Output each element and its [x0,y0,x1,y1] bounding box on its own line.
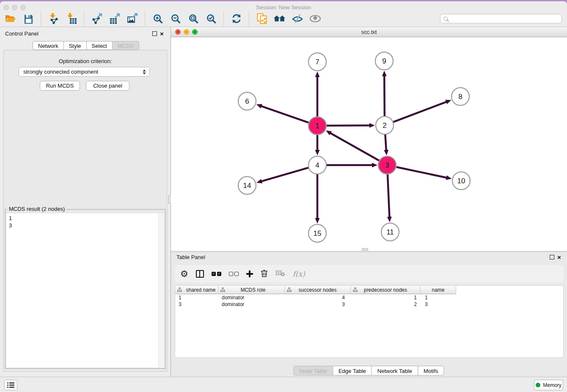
zoom-in-icon[interactable] [151,12,164,25]
close-panel-button[interactable]: Close panel [86,81,129,91]
cell-name[interactable]: 1 [421,294,456,301]
graph-edge-3-1[interactable] [330,133,379,161]
column-header-successor-nodes[interactable]: successor nodes [285,286,351,294]
main-toolbar [0,11,567,27]
table-row[interactable]: 3 dominator 3 2 3 [175,301,563,308]
memory-label: Memory [543,382,561,388]
graph-node-label: 6 [245,97,249,105]
cell-successor-nodes[interactable]: 3 [285,301,351,308]
graph-edge-arrowhead [315,218,320,224]
table-panel-float-icon[interactable] [550,255,554,259]
toolbar-separator [145,11,146,26]
graph-edge-2-9[interactable] [384,75,385,116]
graph-edge-1-2[interactable] [327,125,370,126]
cell-shared-name[interactable]: 1 [175,294,218,301]
graph-edge-1-6[interactable] [261,106,308,123]
duplicate-network-icon[interactable] [256,12,268,25]
optimization-criterion-label: Optimization criterion: [0,58,171,64]
show-all-icon[interactable] [309,12,322,25]
column-header-name[interactable]: name [421,286,456,294]
graph-node-label: 3 [385,161,389,169]
graph-edge-arrowhead [384,150,388,155]
graph-edge-3-10[interactable] [396,167,447,178]
import-network-icon[interactable] [47,12,60,25]
zoom-out-icon[interactable] [169,12,182,25]
column-header-shared-name[interactable]: shared name [175,286,218,294]
deselect-all-icon[interactable] [229,272,239,276]
mcds-result-textarea[interactable]: 1 3 [6,213,164,367]
graph-edge-arrowhead [387,217,392,222]
control-panel-close-icon[interactable] [160,31,164,36]
tab-motifs[interactable]: Motifs [418,366,444,375]
column-label: MCDS role [241,287,266,293]
cell-predecessor-nodes[interactable]: 2 [351,301,421,308]
tab-mcds[interactable]: MCDS [112,41,139,50]
network-canvas[interactable]: 7968124314101511 [171,37,567,251]
mcds-result-line: 3 [6,222,164,229]
graph-edge-arrowhead [315,72,320,77]
delete-column-icon[interactable] [261,269,268,279]
graph-edge-3-11[interactable] [388,174,390,218]
network-view-title: scc.txt [171,29,567,35]
delete-table-icon [275,270,285,278]
toggle-panels-icon[interactable] [196,270,204,278]
control-panel-title: Control Panel [5,30,39,37]
select-all-icon[interactable] [212,272,221,276]
zoom-fit-icon[interactable] [187,12,200,25]
tab-style[interactable]: Style [63,41,87,50]
hide-selected-icon[interactable] [291,12,304,25]
graph-edge-arrowhead [446,175,452,180]
result-scrollbar[interactable] [158,213,164,367]
tab-network-table[interactable]: Network Table [372,366,418,375]
zoom-selected-icon[interactable] [205,12,217,25]
table-row[interactable]: 1 dominator 4 1 1 [175,294,563,301]
tab-select[interactable]: Select [86,41,113,50]
cell-mcds-role[interactable]: dominator [218,294,285,301]
save-session-icon[interactable] [22,12,35,25]
column-header-predecessor-nodes[interactable]: predecessor nodes [351,286,421,294]
cell-shared-name[interactable]: 3 [175,301,218,308]
table-panel-close-icon[interactable] [557,255,561,260]
graph-node-label: 4 [315,161,319,169]
graph-edge-4-14[interactable] [261,168,308,181]
export-table-icon[interactable] [108,12,121,25]
export-network-icon[interactable] [91,12,103,25]
search-box[interactable] [440,14,562,23]
control-panel-float-icon[interactable] [152,31,157,36]
toolbar-separator [249,11,250,26]
tab-edge-table[interactable]: Edge Table [333,366,372,375]
node-table-header: shared name MCDS role successor nodes pr… [175,286,563,294]
window-title: Session: New Session [0,4,567,11]
graph-edge-2-8[interactable] [394,102,447,122]
graph-edge-2-3[interactable] [385,135,386,151]
optimization-criterion-select[interactable]: strongly connected component [19,67,150,77]
cell-mcds-role[interactable]: dominator [218,301,285,308]
cell-successor-nodes[interactable]: 4 [285,294,351,301]
mcds-result-line: 1 [6,213,164,222]
search-input[interactable] [450,15,561,22]
network-view-titlebar: scc.txt [171,27,567,37]
graph-node-label: 8 [458,93,462,101]
graph-node-label: 1 [315,122,319,130]
refresh-layout-icon[interactable] [230,12,243,25]
open-session-icon[interactable] [4,12,17,25]
main-titlebar: Session: New Session [0,1,567,11]
first-neighbors-icon[interactable] [273,12,286,25]
tab-node-table[interactable]: Node Table [293,366,333,375]
run-mcds-button[interactable]: Run MCDS [40,81,80,91]
graph-node-label: 10 [457,177,465,185]
tab-network[interactable]: Network [33,41,64,50]
graph-edge-arrowhead [382,71,387,76]
graph-node-label: 2 [383,121,386,130]
select-stepper-icon [143,69,146,75]
import-table-icon[interactable] [65,12,78,25]
column-header-mcds-role[interactable]: MCDS role [218,286,285,294]
task-history-button[interactable] [4,380,17,390]
cell-predecessor-nodes[interactable]: 1 [351,294,421,301]
memory-button[interactable]: Memory [534,380,563,390]
table-settings-icon[interactable] [180,269,188,279]
export-image-icon[interactable] [126,12,139,25]
cell-name[interactable]: 3 [421,301,456,308]
network-table-divider-handle[interactable] [362,248,368,251]
add-column-icon[interactable] [246,271,253,277]
